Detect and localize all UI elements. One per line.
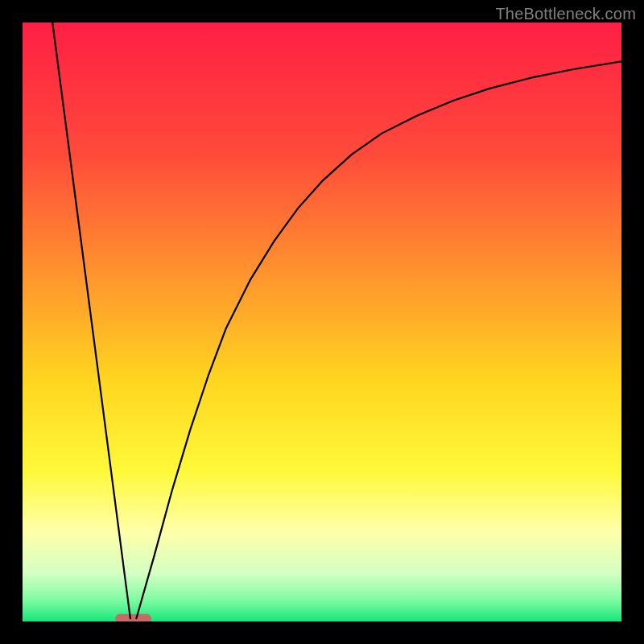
chart-svg xyxy=(23,23,621,621)
gradient-background xyxy=(23,23,621,621)
watermark-text: TheBottleneck.com xyxy=(495,5,636,23)
chart-frame: TheBottleneck.com xyxy=(0,0,644,644)
plot-area xyxy=(23,23,621,621)
optimal-range-marker xyxy=(115,614,151,621)
